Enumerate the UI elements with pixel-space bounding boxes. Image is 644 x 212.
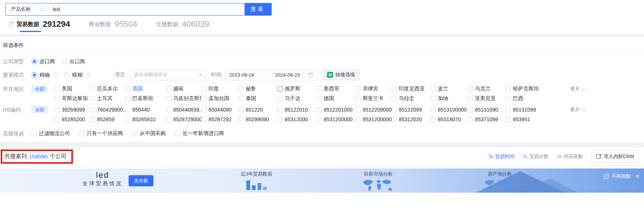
sort-button[interactable]: 贸易时间 xyxy=(488,153,514,160)
region-checkbox-item[interactable]: 孟加拉国 xyxy=(201,94,239,103)
advanced-checkbox-item[interactable]: 过滤物流公司 xyxy=(32,129,70,138)
checkbox[interactable] xyxy=(239,107,244,112)
checkbox[interactable] xyxy=(201,107,207,112)
results-count[interactable]: 159590 xyxy=(29,153,48,160)
checkbox[interactable] xyxy=(431,86,436,91)
checkbox[interactable] xyxy=(55,96,60,101)
checkbox[interactable] xyxy=(392,117,397,122)
region-checkbox-item[interactable]: 哈萨克斯坦 xyxy=(506,84,558,94)
tab[interactable]: ? 商业数据 95504 xyxy=(88,20,137,32)
checkbox[interactable] xyxy=(166,107,171,112)
advanced-checkbox-item[interactable]: 只有一个供应商 xyxy=(80,129,123,138)
checkbox[interactable] xyxy=(125,96,130,101)
hs-checkbox-item[interactable]: 85312000000 xyxy=(356,115,392,124)
checkbox[interactable] xyxy=(90,117,95,122)
region-checkbox-item[interactable]: 乌干达 xyxy=(278,94,317,103)
region-checkbox-item[interactable]: 斯里兰卡 xyxy=(356,94,392,103)
hs-checkbox-item[interactable]: 85318070 xyxy=(431,115,468,124)
checkbox[interactable] xyxy=(166,86,171,91)
region-checkbox-item[interactable]: 秘鲁 xyxy=(239,84,278,94)
checkbox[interactable] xyxy=(201,117,207,122)
tab[interactable]: ? 云搜数据 406039 xyxy=(156,20,209,32)
hs-checkbox-item[interactable]: 85287292 xyxy=(201,115,239,124)
quick-options-button[interactable]: ⌘ 快捷选项 xyxy=(323,69,359,80)
radio-option[interactable]: 进口商 xyxy=(32,57,55,66)
checkbox[interactable] xyxy=(317,86,322,91)
search-input[interactable] xyxy=(48,3,245,15)
region-checkbox-item[interactable]: 印度尼西亚 xyxy=(392,84,431,94)
checkbox[interactable] xyxy=(356,96,361,101)
hs-checkbox-item[interactable]: 85131099 xyxy=(506,105,558,115)
analyze-button[interactable]: 去分析 xyxy=(129,175,153,186)
info-icon[interactable]: ? xyxy=(53,73,58,77)
checkbox[interactable] xyxy=(166,96,171,101)
region-checkbox-item[interactable]: 德国 xyxy=(317,94,356,103)
hs-checkbox-item[interactable]: 85122010 xyxy=(278,105,317,115)
close-icon[interactable]: ✕ xyxy=(635,173,640,179)
region-checkbox-item[interactable]: 土耳其 xyxy=(90,94,125,103)
region-checkbox-item[interactable]: 巴基斯坦 xyxy=(125,94,166,103)
region-checkbox-item[interactable]: 墨西哥 xyxy=(317,84,356,94)
hs-checkbox-item[interactable]: 8531200000 xyxy=(317,115,356,124)
search-button[interactable]: 搜索 xyxy=(245,3,271,15)
banner-card-trade-data[interactable]: 近3年贸易数据 xyxy=(232,171,281,190)
checkbox[interactable] xyxy=(133,131,138,136)
date-start[interactable]: 2023-09-24 xyxy=(229,72,254,78)
region-checkbox-item[interactable]: 俄罗斯 xyxy=(278,84,317,94)
hs-all-chip[interactable]: 全部 xyxy=(32,106,48,114)
region-checkbox-item[interactable]: 亚美尼亚 xyxy=(468,94,506,103)
hs-checkbox-item[interactable]: 8512201000 xyxy=(317,105,356,115)
checkbox[interactable] xyxy=(317,107,322,112)
hs-checkbox-item[interactable]: 853951 xyxy=(506,115,558,124)
region-checkbox-item[interactable]: 乌克兰 xyxy=(468,84,506,94)
checkbox[interactable] xyxy=(125,117,130,122)
sort-button[interactable]: 供应商数 xyxy=(557,153,583,160)
checkbox[interactable] xyxy=(392,96,397,101)
help-icon[interactable]: ? xyxy=(9,22,14,27)
tab[interactable]: ? 贸易数据 291294 xyxy=(9,20,70,32)
checkbox[interactable] xyxy=(125,107,130,112)
hs-checkbox-item[interactable]: 85131090 xyxy=(468,105,506,115)
banner-card-target-market[interactable]: 目标市场分析 xyxy=(354,171,402,192)
dismiss-checkbox[interactable] xyxy=(604,174,609,179)
checkbox[interactable] xyxy=(356,107,361,112)
checkbox[interactable] xyxy=(468,96,473,101)
hs-checkbox-item[interactable]: 85285910 xyxy=(125,115,166,124)
region-checkbox-item[interactable]: 加纳 xyxy=(431,94,468,103)
date-end[interactable]: 2024-09-23 xyxy=(275,72,300,78)
hs-checkbox-item[interactable]: 851220 xyxy=(239,105,278,115)
region-checkbox-item[interactable]: 哥斯达黎加 xyxy=(55,94,90,103)
checkbox[interactable] xyxy=(201,96,207,101)
checkbox[interactable] xyxy=(90,107,95,112)
checkbox[interactable] xyxy=(356,117,361,122)
checkbox[interactable] xyxy=(55,117,60,122)
hs-checkbox-item[interactable]: 852859 xyxy=(90,115,125,124)
checkbox[interactable] xyxy=(392,86,397,91)
checkbox[interactable] xyxy=(506,96,511,101)
checkbox[interactable] xyxy=(392,107,397,112)
checkbox[interactable] xyxy=(278,96,283,101)
checkbox[interactable] xyxy=(468,107,473,112)
banner-card-origin[interactable]: 原产地分析 xyxy=(476,171,524,192)
hs-checkbox-item[interactable]: 85312020 xyxy=(392,115,431,124)
hs-checkbox-item[interactable]: 85122099 xyxy=(392,105,431,115)
region-expand-link[interactable]: 展开 xyxy=(570,86,585,92)
checkbox[interactable] xyxy=(239,86,244,91)
radio-option[interactable]: 精确 ? xyxy=(32,70,58,80)
region-checkbox-item[interactable]: 泰国 xyxy=(239,94,278,103)
sort-button[interactable]: 贸易次数 xyxy=(522,153,548,160)
checkbox[interactable] xyxy=(90,96,95,101)
region-checkbox-item[interactable]: 菲律宾 xyxy=(356,84,392,94)
region-all-chip[interactable]: 全部 xyxy=(32,85,48,93)
checkbox[interactable] xyxy=(468,117,473,122)
region-checkbox-item[interactable]: 英国 xyxy=(125,84,166,94)
checkbox[interactable] xyxy=(356,86,361,91)
hs-checkbox-item[interactable]: 85312000 xyxy=(278,115,317,124)
hs-checkbox-item[interactable]: 8512209000 xyxy=(356,105,392,115)
checkbox[interactable] xyxy=(431,117,436,122)
hs-checkbox-item[interactable]: 85287290000 xyxy=(166,115,201,124)
hs-checkbox-item[interactable]: 850440839... xyxy=(166,105,201,115)
radio-option[interactable]: 出口商 xyxy=(62,57,85,66)
radio-option[interactable]: 模糊 ? xyxy=(64,70,90,80)
hs-expand-link[interactable]: 展开 xyxy=(570,106,585,113)
